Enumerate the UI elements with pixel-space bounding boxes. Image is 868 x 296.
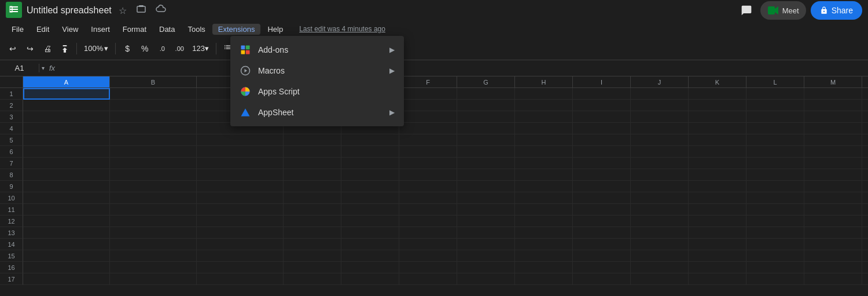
formula-input[interactable] (60, 64, 863, 72)
cell-H12[interactable] (515, 215, 573, 227)
cell-I6[interactable] (573, 146, 631, 158)
cell-I7[interactable] (573, 158, 631, 169)
cell-C13[interactable] (197, 227, 284, 239)
cell-I12[interactable] (573, 215, 631, 227)
cell-I17[interactable] (573, 273, 631, 285)
cell-F8[interactable] (399, 169, 457, 181)
cell-G4[interactable] (457, 123, 515, 134)
cell-K9[interactable] (689, 181, 746, 192)
cell-G10[interactable] (457, 192, 515, 204)
cell-M2[interactable] (804, 100, 862, 111)
cell-H7[interactable] (515, 158, 573, 169)
cell-F6[interactable] (399, 146, 457, 158)
cell-L15[interactable] (746, 250, 804, 262)
cell-I1[interactable] (573, 88, 631, 100)
redo-button[interactable]: ↪ (22, 41, 38, 57)
cell-K13[interactable] (689, 227, 746, 239)
cell-A5[interactable] (23, 134, 110, 146)
cell-I9[interactable] (573, 181, 631, 192)
cell-M3[interactable] (804, 111, 862, 123)
cell-G1[interactable] (457, 88, 515, 100)
cell-J13[interactable] (631, 227, 689, 239)
cell-J10[interactable] (631, 192, 689, 204)
cell-C6[interactable] (197, 146, 284, 158)
cell-L6[interactable] (746, 146, 804, 158)
menu-view[interactable]: View (56, 24, 84, 35)
cell-N11[interactable] (862, 204, 868, 215)
cell-M6[interactable] (804, 146, 862, 158)
cell-C9[interactable] (197, 181, 284, 192)
cell-C11[interactable] (197, 204, 284, 215)
cell-C17[interactable] (197, 273, 284, 285)
col-header-m[interactable]: M (804, 76, 862, 87)
cell-L17[interactable] (746, 273, 804, 285)
cell-E16[interactable] (341, 262, 399, 273)
cell-B14[interactable] (110, 239, 197, 250)
cell-G16[interactable] (457, 262, 515, 273)
cloud-icon[interactable] (153, 3, 168, 18)
cell-M7[interactable] (804, 158, 862, 169)
cell-ref-dropdown[interactable]: ▾ (42, 65, 45, 71)
cell-J6[interactable] (631, 146, 689, 158)
cell-J16[interactable] (631, 262, 689, 273)
cell-J7[interactable] (631, 158, 689, 169)
cell-J12[interactable] (631, 215, 689, 227)
cell-K5[interactable] (689, 134, 746, 146)
dropdown-addons[interactable]: Add-ons ▶ (230, 39, 404, 60)
col-header-b[interactable]: B (110, 76, 197, 87)
cell-A14[interactable] (23, 239, 110, 250)
cell-G14[interactable] (457, 239, 515, 250)
cell-B12[interactable] (110, 215, 197, 227)
cell-F2[interactable] (399, 100, 457, 111)
cell-D15[interactable] (284, 250, 341, 262)
row-number[interactable]: 15 (0, 250, 23, 262)
cell-L11[interactable] (746, 204, 804, 215)
increase-decimals-button[interactable]: .00 (171, 41, 187, 57)
cell-E10[interactable] (341, 192, 399, 204)
cell-M12[interactable] (804, 215, 862, 227)
cell-K2[interactable] (689, 100, 746, 111)
cell-A1[interactable] (23, 88, 110, 100)
cell-D9[interactable] (284, 181, 341, 192)
cell-K6[interactable] (689, 146, 746, 158)
print-button[interactable]: 🖨 (39, 41, 56, 57)
cell-J3[interactable] (631, 111, 689, 123)
menu-edit[interactable]: Edit (31, 24, 55, 35)
cell-B5[interactable] (110, 134, 197, 146)
cell-E13[interactable] (341, 227, 399, 239)
cell-K12[interactable] (689, 215, 746, 227)
cell-N5[interactable] (862, 134, 868, 146)
cell-A8[interactable] (23, 169, 110, 181)
cell-J1[interactable] (631, 88, 689, 100)
cell-A17[interactable] (23, 273, 110, 285)
cell-E11[interactable] (341, 204, 399, 215)
cell-E5[interactable] (341, 134, 399, 146)
row-number[interactable]: 2 (0, 100, 23, 111)
cell-C7[interactable] (197, 158, 284, 169)
cell-L5[interactable] (746, 134, 804, 146)
cell-B7[interactable] (110, 158, 197, 169)
cell-D6[interactable] (284, 146, 341, 158)
cell-N16[interactable] (862, 262, 868, 273)
cell-B6[interactable] (110, 146, 197, 158)
comments-button[interactable] (737, 1, 756, 20)
row-number[interactable]: 13 (0, 227, 23, 239)
cell-F10[interactable] (399, 192, 457, 204)
cell-F14[interactable] (399, 239, 457, 250)
cell-L8[interactable] (746, 169, 804, 181)
cell-K17[interactable] (689, 273, 746, 285)
cell-N10[interactable] (862, 192, 868, 204)
cell-K15[interactable] (689, 250, 746, 262)
cell-M15[interactable] (804, 250, 862, 262)
cell-H14[interactable] (515, 239, 573, 250)
cell-E6[interactable] (341, 146, 399, 158)
cell-A7[interactable] (23, 158, 110, 169)
cell-F3[interactable] (399, 111, 457, 123)
cell-J2[interactable] (631, 100, 689, 111)
cell-L16[interactable] (746, 262, 804, 273)
cell-L3[interactable] (746, 111, 804, 123)
row-number[interactable]: 8 (0, 169, 23, 181)
cell-M11[interactable] (804, 204, 862, 215)
cell-N6[interactable] (862, 146, 868, 158)
cell-B4[interactable] (110, 123, 197, 134)
